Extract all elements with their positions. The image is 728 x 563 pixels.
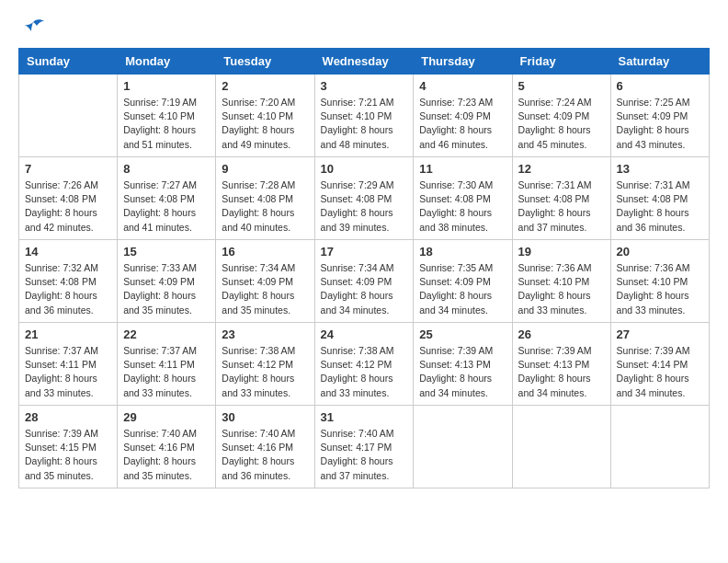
day-number: 20 — [617, 245, 703, 259]
calendar-cell: 29Sunrise: 7:40 AMSunset: 4:16 PMDayligh… — [118, 406, 216, 488]
calendar-cell: 27Sunrise: 7:39 AMSunset: 4:14 PMDayligh… — [610, 323, 709, 406]
day-number: 14 — [25, 245, 111, 259]
day-number: 17 — [321, 245, 408, 259]
calendar-cell: 19Sunrise: 7:36 AMSunset: 4:10 PMDayligh… — [512, 240, 610, 323]
day-info: Sunrise: 7:27 AMSunset: 4:08 PMDaylight:… — [123, 178, 210, 235]
day-info: Sunrise: 7:19 AMSunset: 4:10 PMDaylight:… — [123, 96, 210, 152]
calendar-week-row: 1Sunrise: 7:19 AMSunset: 4:10 PMDaylight… — [19, 75, 710, 157]
day-number: 12 — [518, 162, 605, 176]
calendar-cell — [610, 406, 709, 488]
day-info: Sunrise: 7:33 AMSunset: 4:09 PMDaylight:… — [123, 261, 210, 317]
day-number: 30 — [222, 410, 308, 424]
calendar-cell: 22Sunrise: 7:37 AMSunset: 4:11 PMDayligh… — [118, 323, 216, 406]
day-info: Sunrise: 7:24 AMSunset: 4:09 PMDaylight:… — [518, 96, 605, 152]
day-number: 18 — [419, 245, 506, 259]
day-number: 22 — [123, 327, 210, 341]
calendar-cell: 1Sunrise: 7:19 AMSunset: 4:10 PMDaylight… — [118, 75, 216, 157]
day-info: Sunrise: 7:30 AMSunset: 4:08 PMDaylight:… — [419, 178, 506, 235]
calendar-cell: 4Sunrise: 7:23 AMSunset: 4:09 PMDaylight… — [414, 75, 512, 157]
calendar-cell: 24Sunrise: 7:38 AMSunset: 4:12 PMDayligh… — [314, 323, 414, 406]
day-number: 8 — [123, 162, 210, 176]
day-number: 4 — [419, 79, 506, 93]
weekday-header: Wednesday — [314, 49, 414, 75]
day-info: Sunrise: 7:34 AMSunset: 4:09 PMDaylight:… — [321, 261, 408, 317]
calendar-cell: 18Sunrise: 7:35 AMSunset: 4:09 PMDayligh… — [414, 240, 512, 323]
day-info: Sunrise: 7:20 AMSunset: 4:10 PMDaylight:… — [222, 96, 308, 152]
day-info: Sunrise: 7:37 AMSunset: 4:11 PMDaylight:… — [123, 344, 210, 400]
day-number: 16 — [222, 245, 308, 259]
calendar-cell — [414, 406, 512, 488]
weekday-header: Monday — [118, 49, 216, 75]
logo-bird-icon — [20, 18, 46, 39]
day-number: 3 — [321, 79, 408, 93]
day-number: 23 — [222, 327, 308, 341]
day-number: 13 — [617, 162, 703, 176]
calendar-table: SundayMondayTuesdayWednesdayThursdayFrid… — [18, 48, 710, 488]
day-number: 5 — [518, 79, 605, 93]
day-info: Sunrise: 7:26 AMSunset: 4:08 PMDaylight:… — [25, 178, 111, 235]
day-number: 29 — [123, 410, 210, 424]
weekday-header: Saturday — [610, 49, 709, 75]
day-info: Sunrise: 7:29 AMSunset: 4:08 PMDaylight:… — [321, 178, 408, 235]
calendar-cell: 9Sunrise: 7:28 AMSunset: 4:08 PMDaylight… — [216, 157, 314, 240]
day-info: Sunrise: 7:32 AMSunset: 4:08 PMDaylight:… — [25, 261, 111, 317]
calendar-cell: 14Sunrise: 7:32 AMSunset: 4:08 PMDayligh… — [19, 240, 118, 323]
day-info: Sunrise: 7:38 AMSunset: 4:12 PMDaylight:… — [222, 344, 308, 400]
calendar-cell: 12Sunrise: 7:31 AMSunset: 4:08 PMDayligh… — [512, 157, 610, 240]
day-info: Sunrise: 7:39 AMSunset: 4:13 PMDaylight:… — [518, 344, 605, 400]
weekday-header: Tuesday — [216, 49, 314, 75]
calendar-cell: 3Sunrise: 7:21 AMSunset: 4:10 PMDaylight… — [314, 75, 414, 157]
day-number: 26 — [518, 327, 605, 341]
calendar-cell: 28Sunrise: 7:39 AMSunset: 4:15 PMDayligh… — [19, 406, 118, 488]
day-number: 6 — [617, 79, 703, 93]
day-info: Sunrise: 7:23 AMSunset: 4:09 PMDaylight:… — [419, 96, 506, 152]
day-number: 1 — [123, 79, 210, 93]
day-number: 7 — [25, 162, 111, 176]
calendar-cell: 13Sunrise: 7:31 AMSunset: 4:08 PMDayligh… — [610, 157, 709, 240]
calendar-cell: 21Sunrise: 7:37 AMSunset: 4:11 PMDayligh… — [19, 323, 118, 406]
day-info: Sunrise: 7:31 AMSunset: 4:08 PMDaylight:… — [518, 178, 605, 235]
day-info: Sunrise: 7:37 AMSunset: 4:11 PMDaylight:… — [25, 344, 111, 400]
day-number: 9 — [222, 162, 308, 176]
calendar-week-row: 14Sunrise: 7:32 AMSunset: 4:08 PMDayligh… — [19, 240, 710, 323]
day-number: 19 — [518, 245, 605, 259]
day-number: 2 — [222, 79, 308, 93]
calendar-cell: 6Sunrise: 7:25 AMSunset: 4:09 PMDaylight… — [610, 75, 709, 157]
calendar-cell: 30Sunrise: 7:40 AMSunset: 4:16 PMDayligh… — [216, 406, 314, 488]
day-info: Sunrise: 7:39 AMSunset: 4:13 PMDaylight:… — [419, 344, 506, 400]
day-info: Sunrise: 7:40 AMSunset: 4:17 PMDaylight:… — [321, 427, 408, 483]
day-info: Sunrise: 7:38 AMSunset: 4:12 PMDaylight:… — [321, 344, 408, 400]
day-info: Sunrise: 7:28 AMSunset: 4:08 PMDaylight:… — [222, 178, 308, 235]
day-number: 27 — [617, 327, 703, 341]
calendar-header-row: SundayMondayTuesdayWednesdayThursdayFrid… — [19, 49, 710, 75]
day-number: 10 — [321, 162, 408, 176]
calendar-cell: 5Sunrise: 7:24 AMSunset: 4:09 PMDaylight… — [512, 75, 610, 157]
weekday-header: Sunday — [19, 49, 118, 75]
page-header — [18, 18, 710, 39]
calendar-cell: 26Sunrise: 7:39 AMSunset: 4:13 PMDayligh… — [512, 323, 610, 406]
logo — [18, 18, 46, 39]
day-number: 11 — [419, 162, 506, 176]
calendar-week-row: 28Sunrise: 7:39 AMSunset: 4:15 PMDayligh… — [19, 406, 710, 488]
day-number: 31 — [321, 410, 408, 424]
day-info: Sunrise: 7:21 AMSunset: 4:10 PMDaylight:… — [321, 96, 408, 152]
day-info: Sunrise: 7:25 AMSunset: 4:09 PMDaylight:… — [617, 96, 703, 152]
calendar-cell: 25Sunrise: 7:39 AMSunset: 4:13 PMDayligh… — [414, 323, 512, 406]
weekday-header: Thursday — [414, 49, 512, 75]
day-number: 21 — [25, 327, 111, 341]
calendar-cell: 10Sunrise: 7:29 AMSunset: 4:08 PMDayligh… — [314, 157, 414, 240]
day-info: Sunrise: 7:36 AMSunset: 4:10 PMDaylight:… — [518, 261, 605, 317]
calendar-cell: 15Sunrise: 7:33 AMSunset: 4:09 PMDayligh… — [118, 240, 216, 323]
calendar-cell: 11Sunrise: 7:30 AMSunset: 4:08 PMDayligh… — [414, 157, 512, 240]
day-info: Sunrise: 7:40 AMSunset: 4:16 PMDaylight:… — [222, 427, 308, 483]
calendar-cell: 8Sunrise: 7:27 AMSunset: 4:08 PMDaylight… — [118, 157, 216, 240]
day-info: Sunrise: 7:40 AMSunset: 4:16 PMDaylight:… — [123, 427, 210, 483]
calendar-week-row: 21Sunrise: 7:37 AMSunset: 4:11 PMDayligh… — [19, 323, 710, 406]
day-number: 15 — [123, 245, 210, 259]
day-info: Sunrise: 7:31 AMSunset: 4:08 PMDaylight:… — [617, 178, 703, 235]
calendar-cell: 23Sunrise: 7:38 AMSunset: 4:12 PMDayligh… — [216, 323, 314, 406]
calendar-cell: 31Sunrise: 7:40 AMSunset: 4:17 PMDayligh… — [314, 406, 414, 488]
day-info: Sunrise: 7:36 AMSunset: 4:10 PMDaylight:… — [617, 261, 703, 317]
calendar-cell: 20Sunrise: 7:36 AMSunset: 4:10 PMDayligh… — [610, 240, 709, 323]
calendar-cell — [512, 406, 610, 488]
